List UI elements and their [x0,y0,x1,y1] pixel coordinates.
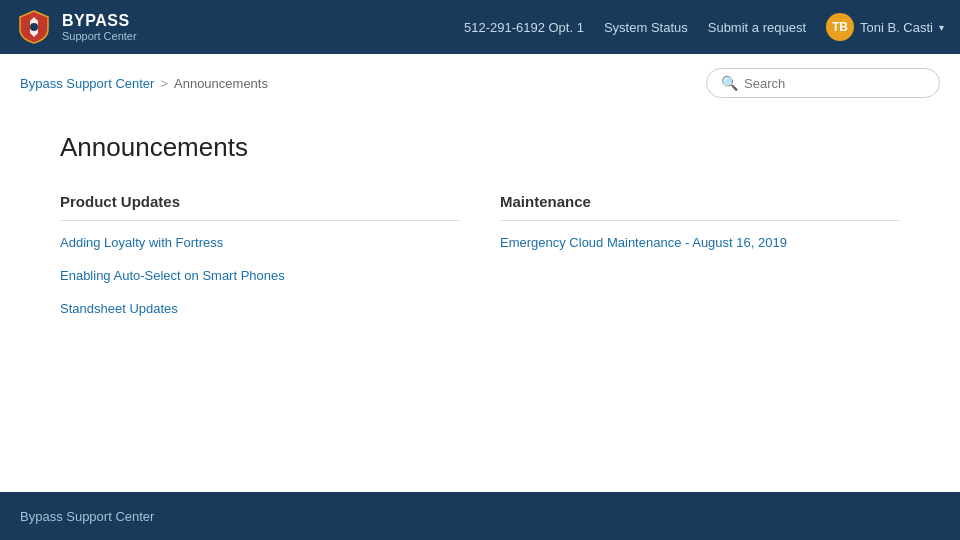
footer-text: Bypass Support Center [20,509,154,524]
search-input[interactable] [744,76,925,91]
user-menu[interactable]: TB Toni B. Casti ▾ [826,13,944,41]
header-nav: 512-291-6192 Opt. 1 System Status Submit… [464,13,944,41]
site-header: BYPASS Support Center 512-291-6192 Opt. … [0,0,960,54]
search-icon: 🔍 [721,75,738,91]
chevron-down-icon: ▾ [939,22,944,33]
article-link-cloud-maintenance[interactable]: Emergency Cloud Maintenance - August 16,… [500,235,900,250]
page-title: Announcements [60,132,900,163]
user-initials: TB [832,20,848,34]
maintenance-title: Maintenance [500,193,900,221]
columns: Product Updates Adding Loyalty with Fort… [60,193,900,334]
article-link-autoselect[interactable]: Enabling Auto-Select on Smart Phones [60,268,460,283]
breadcrumb-separator: > [160,76,168,91]
submit-request-link[interactable]: Submit a request [708,20,806,35]
main-content: Announcements Product Updates Adding Loy… [0,112,960,374]
product-updates-title: Product Updates [60,193,460,221]
header-brand: BYPASS Support Center [16,9,137,45]
article-link-standsheet[interactable]: Standsheet Updates [60,301,460,316]
breadcrumb-home[interactable]: Bypass Support Center [20,76,154,91]
site-footer: Bypass Support Center [0,492,960,540]
search-box[interactable]: 🔍 [706,68,940,98]
product-updates-column: Product Updates Adding Loyalty with Fort… [60,193,460,334]
breadcrumb-current: Announcements [174,76,268,91]
maintenance-column: Maintenance Emergency Cloud Maintenance … [500,193,900,334]
user-avatar: TB [826,13,854,41]
breadcrumb: Bypass Support Center > Announcements [20,76,268,91]
user-name: Toni B. Casti [860,20,933,35]
bypass-logo-icon [16,9,52,45]
brand-text: BYPASS Support Center [62,11,137,43]
system-status-link[interactable]: System Status [604,20,688,35]
phone-number: 512-291-6192 Opt. 1 [464,20,584,35]
svg-point-0 [30,23,38,31]
brand-name: BYPASS [62,11,137,30]
breadcrumb-bar: Bypass Support Center > Announcements 🔍 [0,54,960,112]
brand-sub: Support Center [62,30,137,43]
article-link-loyalty[interactable]: Adding Loyalty with Fortress [60,235,460,250]
